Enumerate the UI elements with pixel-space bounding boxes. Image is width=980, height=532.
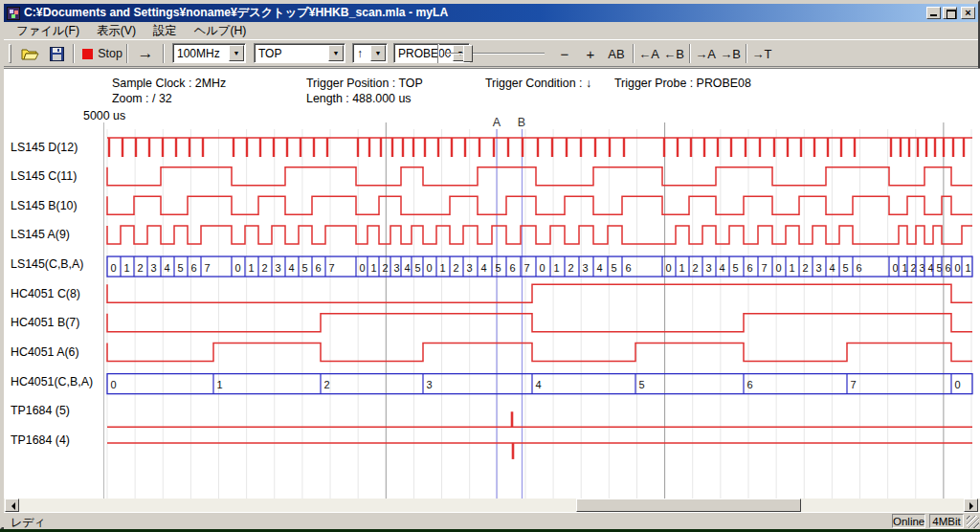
svg-text:3: 3 xyxy=(151,262,157,274)
svg-text:2: 2 xyxy=(262,262,268,274)
scrollbar-thumb[interactable] xyxy=(576,499,801,512)
svg-text:7: 7 xyxy=(851,379,857,390)
svg-text:5: 5 xyxy=(496,262,501,274)
svg-text:7: 7 xyxy=(762,262,768,274)
waveform-hc4051-c-b-a-: 012345670 xyxy=(107,374,972,394)
svg-text:4: 4 xyxy=(830,262,835,274)
resize-grip[interactable] xyxy=(967,516,979,528)
scroll-left-button[interactable] xyxy=(5,499,19,512)
svg-text:0: 0 xyxy=(360,262,366,274)
svg-text:5: 5 xyxy=(178,262,184,274)
svg-text:2: 2 xyxy=(138,262,144,274)
svg-text:0: 0 xyxy=(955,262,961,274)
h-scrollbar[interactable] xyxy=(4,499,980,512)
svg-text:4: 4 xyxy=(405,262,411,274)
svg-text:6: 6 xyxy=(747,262,753,274)
svg-text:2: 2 xyxy=(568,262,574,274)
svg-text:0: 0 xyxy=(955,379,961,390)
waveform-tp1684-5- xyxy=(107,411,972,427)
status-online-badge: Online xyxy=(892,514,925,528)
right-arrow-icon xyxy=(969,502,977,510)
svg-text:6: 6 xyxy=(626,262,632,274)
svg-text:0: 0 xyxy=(776,262,782,274)
svg-text:6: 6 xyxy=(946,262,951,274)
svg-text:5: 5 xyxy=(733,262,739,274)
left-arrow-icon xyxy=(8,502,15,510)
svg-text:5: 5 xyxy=(302,262,308,274)
svg-text:1: 1 xyxy=(217,379,223,390)
svg-text:0: 0 xyxy=(666,262,672,274)
svg-text:1: 1 xyxy=(554,262,560,274)
svg-text:5: 5 xyxy=(843,262,849,274)
svg-text:7: 7 xyxy=(524,262,530,274)
status-ready-text: レディ xyxy=(11,515,46,531)
svg-text:1: 1 xyxy=(371,262,377,274)
svg-text:5: 5 xyxy=(639,379,645,390)
svg-text:3: 3 xyxy=(816,262,822,274)
svg-text:1: 1 xyxy=(440,262,446,274)
svg-text:0: 0 xyxy=(111,379,117,390)
svg-text:7: 7 xyxy=(205,262,211,274)
svg-text:6: 6 xyxy=(316,262,322,274)
svg-text:4: 4 xyxy=(597,262,603,274)
svg-text:3: 3 xyxy=(467,262,473,274)
svg-text:2: 2 xyxy=(693,262,699,274)
waveform-ls145-a-9- xyxy=(107,226,972,244)
svg-text:0: 0 xyxy=(111,262,117,274)
svg-text:1: 1 xyxy=(124,262,130,274)
svg-text:5: 5 xyxy=(612,262,617,274)
svg-text:0: 0 xyxy=(893,262,899,274)
svg-text:4: 4 xyxy=(536,379,542,390)
svg-text:4: 4 xyxy=(720,262,725,274)
svg-text:1: 1 xyxy=(790,262,795,274)
svg-text:6: 6 xyxy=(747,379,753,390)
svg-text:0: 0 xyxy=(540,262,546,274)
waveform-ls145-d-12- xyxy=(107,138,972,157)
svg-text:6: 6 xyxy=(510,262,516,274)
waveform-tp1684-4- xyxy=(107,443,972,459)
svg-text:2: 2 xyxy=(324,379,330,390)
svg-text:3: 3 xyxy=(427,379,433,390)
svg-text:3: 3 xyxy=(583,262,589,274)
svg-text:2: 2 xyxy=(383,262,389,274)
status-memory-badge: 4MBit xyxy=(929,514,964,528)
svg-text:4: 4 xyxy=(165,262,170,274)
waveform-plot[interactable]: 0123456701234567012345012345670123456012… xyxy=(2,2,980,532)
screen: C:¥Documents and Settings¥noname¥デスクトップ¥… xyxy=(0,0,980,532)
waveform-hc4051-c-8- xyxy=(107,284,972,302)
svg-text:0: 0 xyxy=(235,262,241,274)
svg-text:1: 1 xyxy=(966,262,971,274)
svg-text:2: 2 xyxy=(803,262,809,274)
waveform-ls145-b-10- xyxy=(107,196,972,214)
svg-text:4: 4 xyxy=(481,262,487,274)
svg-text:3: 3 xyxy=(276,262,281,274)
svg-text:2: 2 xyxy=(454,262,459,274)
svg-text:7: 7 xyxy=(329,262,335,274)
svg-text:3: 3 xyxy=(706,262,712,274)
svg-text:3: 3 xyxy=(394,262,400,274)
waveform-hc4051-b-7- xyxy=(107,314,972,332)
svg-text:6: 6 xyxy=(191,262,197,274)
app-window: C:¥Documents and Settings¥noname¥デスクトップ¥… xyxy=(0,0,980,529)
waveform-hc4051-a-6- xyxy=(107,343,972,361)
status-bar: レディ Online 4MBit xyxy=(4,512,980,529)
svg-text:4: 4 xyxy=(289,262,295,274)
svg-text:0: 0 xyxy=(427,262,433,274)
svg-text:1: 1 xyxy=(249,262,255,274)
svg-text:5: 5 xyxy=(415,262,421,274)
svg-text:1: 1 xyxy=(679,262,685,274)
scroll-right-button[interactable] xyxy=(964,499,978,512)
waveform-ls145-c-b-a-: 0123456701234567012345012345670123456012… xyxy=(107,256,972,277)
svg-text:6: 6 xyxy=(857,262,862,274)
waveform-ls145-c-11- xyxy=(107,167,972,186)
